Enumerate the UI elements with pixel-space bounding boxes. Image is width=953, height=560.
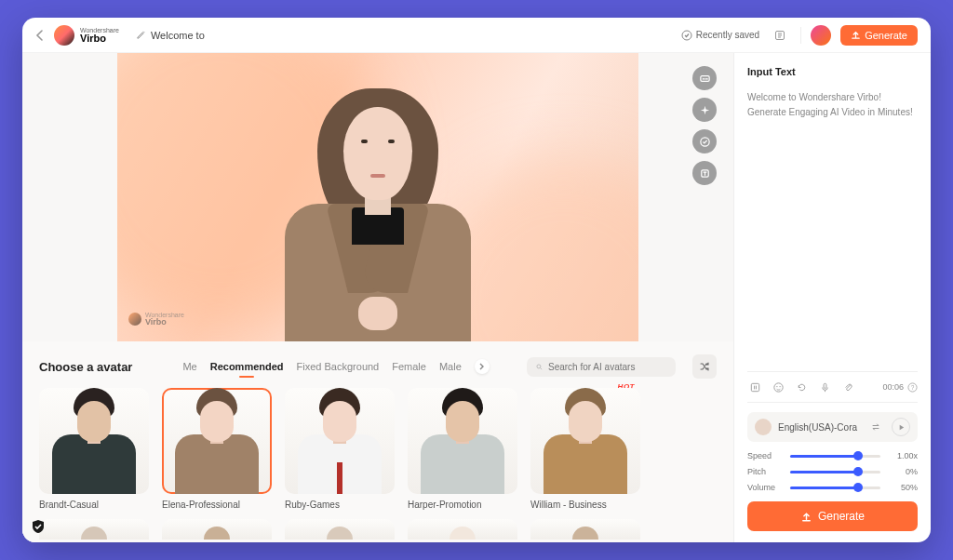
saved-status-text: Recently saved — [696, 30, 759, 40]
avatar-thumb[interactable] — [530, 388, 640, 494]
video-preview[interactable]: WondershareVirbo — [117, 53, 638, 341]
svg-rect-6 — [751, 383, 758, 391]
emotion-button[interactable] — [771, 380, 785, 394]
volume-label: Volume — [747, 483, 783, 492]
text-tool-row: 00:06 ? — [747, 371, 918, 403]
avatar-tabs: Me Recommended Fixed Background Female M… — [182, 359, 489, 374]
avatar-card: Harper-Promotion — [408, 388, 517, 510]
captions-icon — [699, 73, 711, 85]
avatar-card: HOTWilliam - Business — [530, 388, 640, 510]
avatar-card-peek[interactable] — [39, 519, 149, 540]
pitch-slider[interactable] — [790, 471, 880, 473]
panel-heading: Input Text — [747, 66, 918, 77]
duration-text: 00:06 — [882, 382, 904, 392]
speed-slider[interactable] — [790, 455, 880, 458]
svg-rect-2 — [700, 75, 708, 81]
voice-play-button[interactable] — [892, 418, 910, 436]
avatar-grid: Brandt-CasualElena-ProfessionalRuby-Game… — [39, 388, 717, 510]
volume-slider[interactable] — [790, 487, 880, 489]
canvas-column: WondershareVirbo — [22, 53, 733, 542]
generate-button-top[interactable]: Generate — [840, 25, 918, 46]
watermark: WondershareVirbo — [128, 312, 184, 327]
checkmark-circle-icon — [681, 30, 692, 41]
tabs-scroll-right[interactable] — [475, 359, 490, 374]
watermark-logo-icon — [128, 313, 141, 326]
avatar-search[interactable] — [527, 357, 676, 377]
sparkle-icon — [699, 104, 711, 116]
pitch-value: 0% — [888, 467, 918, 476]
tab-recommended[interactable]: Recommended — [210, 361, 284, 372]
script-textarea[interactable]: Welcome to Wondershare Virbo! Generate E… — [747, 87, 918, 362]
app-logo: Wondershare Virbo — [54, 25, 119, 46]
duration-display: 00:06 ? — [882, 382, 918, 393]
swap-icon — [870, 421, 881, 433]
svg-point-8 — [776, 385, 777, 386]
svg-point-9 — [779, 385, 780, 386]
voice-sliders: Speed 1.00x Pitch 0% Volume 50% — [747, 451, 918, 492]
text-icon — [699, 167, 711, 180]
avatar-name: William - Business — [530, 500, 640, 510]
speed-label: Speed — [747, 451, 783, 460]
generate-button[interactable]: Generate — [747, 501, 918, 531]
chevron-right-icon — [478, 363, 485, 370]
svg-rect-10 — [824, 383, 826, 388]
avatar-card-peek[interactable] — [162, 519, 272, 540]
avatar-card-peek[interactable] — [530, 519, 640, 540]
avatar-name: Ruby-Games — [285, 500, 395, 510]
avatar-name: Brandt-Casual — [39, 500, 149, 510]
avatar-search-input[interactable] — [548, 362, 666, 372]
upload-icon — [851, 30, 861, 40]
avatar-grid-row2 — [39, 519, 717, 540]
effects-tool[interactable] — [692, 98, 717, 122]
attachment-button[interactable] — [840, 380, 855, 394]
security-badge[interactable] — [30, 518, 47, 535]
avatar-card-peek[interactable] — [285, 519, 395, 540]
volume-value: 50% — [888, 483, 918, 492]
avatar-chooser: Choose a avatar Me Recommended Fixed Bac… — [22, 341, 733, 542]
avatar-thumb[interactable] — [285, 388, 395, 494]
voice-swap-button[interactable] — [866, 418, 885, 436]
refresh-button[interactable] — [794, 380, 809, 394]
generate-button-label: Generate — [818, 510, 865, 523]
project-title[interactable]: Welcome to — [136, 30, 205, 41]
captions-tool[interactable] — [692, 66, 717, 90]
avatar-card-peek[interactable] — [408, 519, 517, 540]
history-button[interactable] — [769, 24, 791, 47]
voice-selector[interactable]: English(USA)-Cora — [747, 412, 918, 442]
brand-name: Virbo — [80, 33, 119, 44]
pause-icon — [749, 381, 761, 393]
project-title-text: Welcome to — [151, 30, 205, 41]
refresh-icon — [796, 381, 808, 393]
user-avatar[interactable] — [811, 25, 831, 46]
tab-fixed-background[interactable]: Fixed Background — [297, 361, 380, 372]
tab-female[interactable]: Female — [392, 361, 426, 372]
help-icon[interactable]: ? — [907, 382, 918, 393]
shuffle-icon — [698, 360, 711, 373]
search-icon — [536, 362, 543, 372]
avatar-thumb[interactable] — [162, 388, 272, 494]
pause-markup-button[interactable] — [747, 380, 762, 394]
back-button[interactable] — [35, 30, 45, 41]
svg-point-5 — [537, 364, 541, 367]
text-tool[interactable] — [692, 161, 717, 185]
avatar-card: Elena-Professional — [162, 388, 272, 510]
play-icon — [897, 423, 906, 432]
topbar: Wondershare Virbo Welcome to Recently sa… — [22, 18, 931, 53]
volume-slider-row: Volume 50% — [747, 483, 918, 492]
avatar-thumb[interactable] — [39, 388, 149, 494]
pitch-slider-row: Pitch 0% — [747, 467, 918, 476]
microphone-button[interactable] — [817, 380, 832, 394]
upload-icon — [800, 511, 812, 523]
avatar-thumb[interactable] — [408, 388, 517, 494]
avatar-card: Brandt-Casual — [39, 388, 149, 510]
avatar-card: Ruby-Games — [285, 388, 395, 510]
tab-male[interactable]: Male — [439, 361, 462, 372]
speed-slider-row: Speed 1.00x — [747, 451, 918, 460]
chooser-title: Choose a avatar — [39, 360, 132, 374]
svg-text:?: ? — [911, 383, 915, 390]
preview-avatar — [262, 81, 494, 341]
approve-tool[interactable] — [692, 129, 717, 153]
history-icon — [773, 29, 786, 42]
tab-me[interactable]: Me — [182, 361, 196, 372]
shuffle-button[interactable] — [692, 354, 717, 379]
